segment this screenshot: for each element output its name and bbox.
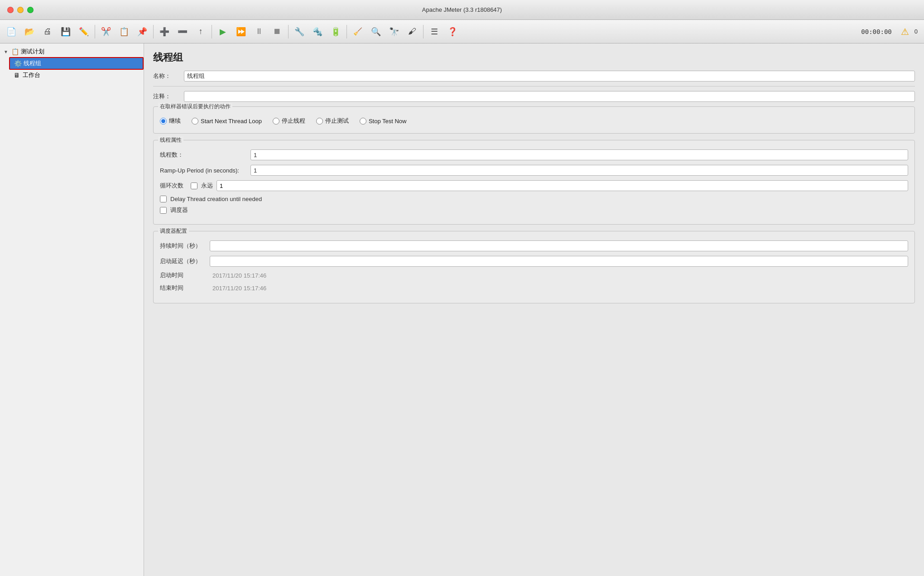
help-button[interactable]: ❓ — [444, 23, 461, 40]
forever-label: 永远 — [201, 182, 213, 190]
minimize-button[interactable] — [17, 7, 24, 13]
radio-stop-test-input[interactable] — [316, 118, 323, 125]
remote-start-all-button[interactable]: 🔩 — [309, 23, 326, 40]
search-button[interactable]: 🔍 — [367, 23, 385, 40]
remote-stop-button[interactable]: 🔋 — [327, 23, 344, 40]
forever-checkbox[interactable] — [191, 182, 197, 189]
action-radio-group: 继续 Start Next Thread Loop 停止线程 停止测试 Stop… — [160, 111, 908, 127]
duration-label: 持续时间（秒） — [160, 242, 210, 250]
scheduler-label: 调度器 — [170, 206, 188, 214]
radio-stop-test[interactable]: 停止测试 — [316, 117, 349, 125]
timer-display: 00:00:00 — [857, 28, 895, 35]
sep6 — [423, 25, 424, 38]
scheduler-config-title: 调度器配置 — [158, 227, 189, 235]
loop-row: 循环次数 永远 — [160, 180, 908, 191]
sidebar-item-workbench[interactable]: 🖥 工作台 — [9, 70, 144, 81]
remote-start-button[interactable]: 🔧 — [291, 23, 308, 40]
copy-button[interactable]: 📋 — [116, 23, 133, 40]
open-button[interactable]: 📂 — [21, 23, 38, 40]
page-title: 线程组 — [153, 51, 915, 64]
cut-button[interactable]: ✂️ — [97, 23, 115, 40]
run-button[interactable]: ▶ — [214, 23, 231, 40]
paint-button[interactable]: 🖌 — [404, 23, 421, 40]
thread-group-label: 线程组 — [24, 59, 41, 67]
startup-delay-row: 启动延迟（秒） — [160, 256, 908, 267]
main-layout: ▼ 📋 测试计划 ⚙️ 线程组 🖥 工作台 线程组 名称： 注释： — [0, 43, 924, 576]
scheduler-checkbox[interactable] — [160, 207, 167, 214]
action-section: 在取样器错误后要执行的动作 继续 Start Next Thread Loop … — [153, 106, 915, 134]
sep3 — [212, 25, 212, 38]
ramp-label: Ramp-Up Period (in seconds): — [160, 167, 250, 174]
binoculars-button[interactable]: 🔭 — [385, 23, 403, 40]
clear-button[interactable]: ↑ — [192, 23, 209, 40]
sep5 — [346, 25, 347, 38]
start-time-row: 启动时间 2017/11/20 15:17:46 — [160, 271, 908, 279]
error-count: 0 — [914, 28, 921, 35]
pause-button[interactable]: ⏸ — [250, 23, 268, 40]
window-title: Apache JMeter (3.3 r1808647) — [422, 6, 502, 13]
radio-stop-now[interactable]: Stop Test Now — [360, 118, 407, 125]
name-label: 名称： — [153, 72, 180, 80]
delay-thread-row: Delay Thread creation until needed — [160, 196, 908, 202]
stop-button[interactable]: ⏹ — [269, 23, 286, 40]
thread-props-section: 线程属性 线程数： Ramp-Up Period (in seconds): 循… — [153, 140, 915, 225]
tree-children: ⚙️ 线程组 🖥 工作台 — [0, 57, 144, 81]
radio-stop-thread-label: 停止线程 — [282, 117, 305, 125]
save-button[interactable]: 💾 — [57, 23, 74, 40]
delay-thread-checkbox[interactable] — [160, 196, 167, 202]
broom-button[interactable]: 🧹 — [349, 23, 366, 40]
run-no-pause-button[interactable]: ⏩ — [232, 23, 250, 40]
title-bar: Apache JMeter (3.3 r1808647) — [0, 0, 924, 20]
end-time-value: 2017/11/20 15:17:46 — [210, 285, 908, 292]
radio-next-loop-label: Start Next Thread Loop — [201, 118, 262, 125]
delay-thread-label: Delay Thread creation until needed — [170, 196, 262, 202]
startup-delay-label: 启动延迟（秒） — [160, 257, 210, 265]
comment-row: 注释： — [153, 91, 915, 102]
print-button[interactable]: 🖨 — [39, 23, 56, 40]
warning-button[interactable]: ⚠ — [896, 23, 914, 40]
thread-count-label: 线程数： — [160, 151, 250, 159]
radio-stop-now-label: Stop Test Now — [369, 118, 407, 125]
sep2 — [153, 25, 154, 38]
add-button[interactable]: ➕ — [156, 23, 173, 40]
startup-delay-input[interactable] — [210, 256, 908, 267]
radio-stop-now-input[interactable] — [360, 118, 366, 125]
close-button[interactable] — [7, 7, 14, 13]
workbench-label: 工作台 — [23, 71, 40, 79]
thread-count-input[interactable] — [250, 149, 908, 160]
radio-next-loop-input[interactable] — [192, 118, 198, 125]
radio-stop-thread-input[interactable] — [273, 118, 279, 125]
thread-group-icon: ⚙️ — [14, 60, 22, 67]
loop-count-input[interactable] — [217, 180, 908, 191]
workbench-icon: 🖥 — [13, 72, 21, 79]
duration-input[interactable] — [210, 240, 908, 251]
sep4 — [288, 25, 289, 38]
comment-input[interactable] — [184, 91, 915, 102]
new-button[interactable]: 📄 — [3, 23, 20, 40]
toggle-icon: ▼ — [4, 49, 9, 54]
traffic-lights — [0, 7, 41, 13]
scheduler-config-section: 调度器配置 持续时间（秒） 启动延迟（秒） 启动时间 2017/11/20 15… — [153, 231, 915, 303]
test-plan-label: 测试计划 — [21, 48, 44, 56]
sep1 — [95, 25, 95, 38]
sidebar-item-test-plan[interactable]: ▼ 📋 测试计划 — [0, 46, 144, 57]
radio-stop-thread[interactable]: 停止线程 — [273, 117, 305, 125]
list-button[interactable]: ☰ — [426, 23, 443, 40]
ramp-input[interactable] — [250, 165, 908, 176]
comment-label: 注释： — [153, 92, 180, 101]
scheduler-row: 调度器 — [160, 206, 908, 214]
ramp-row: Ramp-Up Period (in seconds): — [160, 165, 908, 176]
end-time-row: 结束时间 2017/11/20 15:17:46 — [160, 284, 908, 292]
test-plan-icon: 📋 — [11, 48, 19, 55]
radio-next-loop[interactable]: Start Next Thread Loop — [192, 118, 262, 125]
duration-row: 持续时间（秒） — [160, 240, 908, 251]
sidebar-item-thread-group[interactable]: ⚙️ 线程组 — [9, 57, 144, 70]
paste-button[interactable]: 📌 — [134, 23, 151, 40]
revert-button[interactable]: ✏️ — [75, 23, 92, 40]
maximize-button[interactable] — [27, 7, 34, 13]
name-input[interactable] — [184, 71, 915, 82]
radio-continue[interactable]: 继续 — [160, 117, 181, 125]
radio-continue-label: 继续 — [169, 117, 181, 125]
remove-button[interactable]: ➖ — [174, 23, 191, 40]
radio-continue-input[interactable] — [160, 118, 167, 125]
